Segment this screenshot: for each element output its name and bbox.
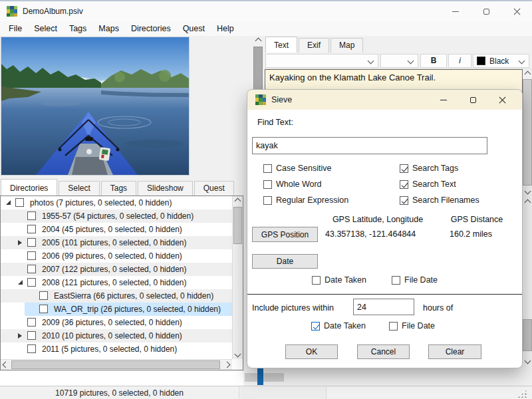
expand-icon[interactable]: [18, 240, 22, 245]
find-text-input[interactable]: [252, 137, 487, 154]
resize-grip-icon[interactable]: [517, 389, 528, 398]
tree-row[interactable]: 2010 (10 pictures, 0 selected, 0 hidden): [1, 329, 232, 342]
checkbox-file-date[interactable]: [389, 322, 398, 331]
tree-checkbox[interactable]: [27, 278, 36, 287]
caption-scrollbar[interactable]: [523, 69, 532, 196]
tree-checkbox[interactable]: [39, 305, 48, 313]
tree-checkbox[interactable]: [27, 211, 36, 220]
checkbox-whole-word[interactable]: [263, 180, 272, 189]
ok-button[interactable]: OK: [285, 344, 338, 359]
tab-tags[interactable]: Tags: [101, 181, 136, 196]
thumbnail-slider-thumb[interactable]: [257, 368, 263, 385]
scroll-up-icon[interactable]: [523, 69, 532, 78]
tree-row[interactable]: 2006 (99 pictures, 0 selected, 0 hidden): [1, 249, 232, 263]
tree-scrollbar-thumb[interactable]: [233, 207, 242, 244]
cancel-button[interactable]: Cancel: [357, 344, 410, 359]
tree-row[interactable]: 1955-57 (54 pictures, 0 selected, 0 hidd…: [1, 209, 232, 223]
sieve-close-button[interactable]: [487, 90, 517, 110]
clear-button[interactable]: Clear: [428, 344, 481, 359]
sieve-maximize-button[interactable]: [458, 90, 487, 110]
tree-row[interactable]: 2007 (122 pictures, 0 selected, 0 hidden…: [1, 263, 232, 276]
menu-quest[interactable]: Quest: [177, 23, 211, 35]
tree-row[interactable]: EastSierra (66 pictures, 0 selected, 0 h…: [1, 289, 232, 303]
tree-row[interactable]: 2009 (36 pictures, 0 selected, 0 hidden): [1, 316, 232, 329]
caption-scrollbar-thumb[interactable]: [523, 79, 532, 186]
gps-position-button[interactable]: GPS Position: [252, 227, 318, 242]
scroll-left-icon[interactable]: [1, 360, 11, 370]
sieve-window-controls: [429, 90, 517, 110]
tree-checkbox[interactable]: [27, 265, 36, 273]
expand-icon[interactable]: [18, 333, 22, 338]
date-button[interactable]: Date: [252, 254, 318, 269]
tree-label: EastSierra (66 pictures, 0 selected, 0 h…: [54, 291, 213, 301]
tree-checkbox[interactable]: [27, 238, 36, 247]
tree-row[interactable]: 2004 (45 pictures, 0 selected, 0 hidden): [1, 223, 232, 236]
checkbox-date-taken[interactable]: [312, 276, 321, 285]
minimize-button[interactable]: [440, 1, 471, 21]
italic-button[interactable]: i: [448, 54, 471, 68]
checkbox-date-taken[interactable]: [311, 322, 320, 331]
tree-row[interactable]: 2008 (121 pictures, 0 selected, 0 hidden…: [1, 276, 232, 289]
checkbox-search-text[interactable]: [400, 180, 408, 189]
tab-slideshow[interactable]: Slideshow: [138, 181, 193, 196]
bold-button[interactable]: B: [420, 54, 447, 68]
tree-hscrollbar-thumb[interactable]: [11, 360, 220, 369]
tree-checkbox[interactable]: [15, 198, 24, 207]
tree-checkbox[interactable]: [27, 331, 36, 340]
tree-vertical-scrollbar[interactable]: [232, 196, 243, 359]
maximize-button[interactable]: [471, 1, 501, 21]
color-combo[interactable]: Black: [473, 54, 529, 68]
window-controls: [440, 1, 532, 21]
menu-select[interactable]: Select: [28, 23, 63, 35]
scroll-up-icon[interactable]: [233, 196, 243, 206]
scroll-down-icon[interactable]: [233, 349, 243, 359]
scroll-up-icon[interactable]: [253, 36, 263, 46]
tab-directories[interactable]: Directories: [1, 179, 57, 196]
close-icon: [499, 96, 506, 104]
scroll-down-icon[interactable]: [523, 186, 532, 196]
tab-quest[interactable]: Quest: [194, 181, 234, 196]
checkbox-regular-expression[interactable]: [263, 196, 272, 205]
tab-exif[interactable]: Exif: [299, 38, 329, 53]
tree-row[interactable]: 2011 (5 pictures, 0 selected, 0 hidden): [1, 342, 232, 356]
size-combo[interactable]: [380, 54, 418, 68]
checkbox-search-tags[interactable]: [400, 164, 408, 173]
tree-label: 2006 (99 pictures, 0 selected, 0 hidden): [42, 251, 182, 261]
font-combo[interactable]: [265, 54, 378, 68]
thumbnail-slider-track[interactable]: [245, 373, 284, 382]
collapse-icon[interactable]: [6, 200, 11, 205]
checkbox-case-sensitive[interactable]: [263, 164, 272, 173]
collapse-icon[interactable]: [18, 280, 23, 285]
menu-file[interactable]: File: [3, 23, 28, 35]
menu-tags[interactable]: Tags: [63, 23, 92, 35]
menu-directories[interactable]: Directories: [125, 23, 177, 35]
tab-select[interactable]: Select: [59, 181, 99, 196]
tree-checkbox[interactable]: [39, 291, 48, 300]
scroll-down-icon[interactable]: [523, 356, 532, 365]
tree-checkbox[interactable]: [27, 344, 36, 353]
tab-text[interactable]: Text: [265, 37, 297, 53]
tree-checkbox[interactable]: [27, 318, 36, 327]
scroll-up-icon[interactable]: [523, 198, 532, 207]
checkbox-search-filenames[interactable]: [400, 196, 408, 205]
hours-input[interactable]: [353, 299, 414, 315]
scroll-right-icon[interactable]: [222, 360, 232, 370]
status-bar: 10719 pictures, 0 selected, 0 hidden: [0, 386, 532, 399]
picture-list-scrollbar-thumb[interactable]: [523, 319, 532, 351]
status-secondary-cell: [240, 387, 327, 399]
tab-map[interactable]: Map: [331, 38, 363, 53]
gps-distance-header: GPS Distance: [440, 215, 513, 224]
tree-checkbox[interactable]: [27, 225, 36, 233]
sieve-minimize-button[interactable]: [429, 90, 458, 110]
tree-horizontal-scrollbar[interactable]: [1, 359, 232, 370]
picture-list-scrollbar[interactable]: [523, 198, 532, 365]
menu-help[interactable]: Help: [211, 23, 240, 35]
close-button[interactable]: [501, 1, 532, 21]
tree-label: 2011 (5 pictures, 0 selected, 0 hidden): [42, 344, 177, 354]
tree-row[interactable]: 2005 (101 pictures, 0 selected, 0 hidden…: [1, 236, 232, 249]
tree-row[interactable]: photos (7 pictures, 0 selected, 0 hidden…: [1, 196, 232, 209]
checkbox-file-date[interactable]: [392, 276, 400, 285]
tree-row[interactable]: WA_OR_trip (26 pictures, 0 selected, 0 h…: [1, 303, 232, 316]
tree-checkbox[interactable]: [27, 251, 36, 260]
menu-maps[interactable]: Maps: [92, 23, 125, 35]
